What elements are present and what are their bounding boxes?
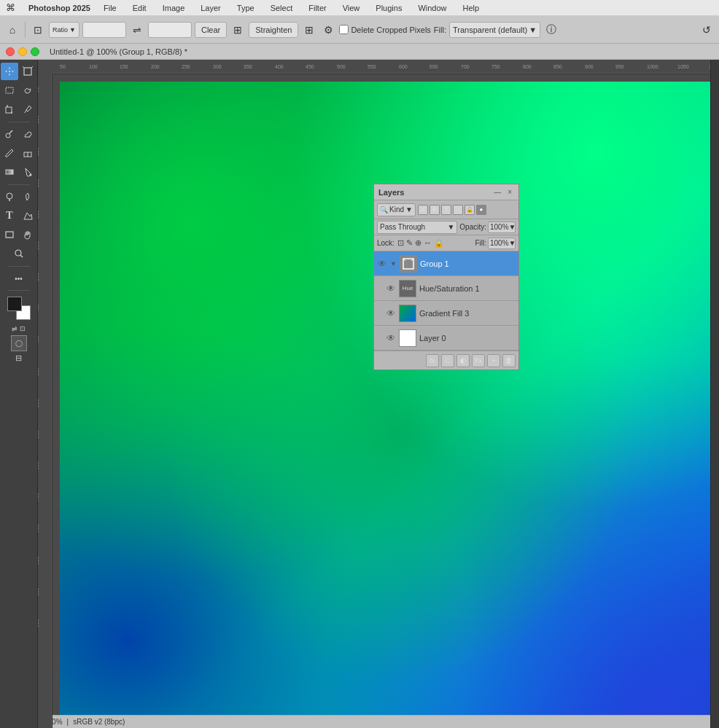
- layer-item-layer0[interactable]: 👁 Layer 0: [374, 326, 518, 351]
- lock-all-icon[interactable]: 🔒: [434, 238, 444, 248]
- filter-type-icon[interactable]: T: [441, 205, 451, 215]
- stamp-tool[interactable]: [19, 125, 36, 143]
- fill-value: Transparent (default): [453, 26, 527, 34]
- menu-image[interactable]: Image: [160, 2, 188, 14]
- add-layer-style-icon[interactable]: fx: [426, 354, 439, 367]
- blend-mode-dropdown[interactable]: Pass Through ▼: [377, 221, 457, 234]
- minimize-button[interactable]: [18, 47, 27, 56]
- toolbar-separator: [25, 22, 26, 38]
- pen-tool[interactable]: [19, 188, 36, 206]
- menu-edit[interactable]: Edit: [130, 2, 149, 14]
- menu-file[interactable]: File: [101, 2, 120, 14]
- opacity-input[interactable]: 100% ▼: [488, 222, 516, 233]
- fill-input[interactable]: 100% ▼: [488, 238, 516, 249]
- filter-smart-icon[interactable]: 🔒: [465, 205, 475, 215]
- reset-icon[interactable]: ↺: [699, 22, 715, 38]
- filter-adjustment-icon[interactable]: ✦: [430, 205, 440, 215]
- layers-panel-header[interactable]: Layers — ×: [374, 184, 518, 200]
- home-icon[interactable]: ⌂: [4, 22, 20, 38]
- width-input[interactable]: [82, 22, 126, 38]
- close-button[interactable]: [6, 47, 15, 56]
- lasso-tool[interactable]: [19, 82, 36, 99]
- rectangle-tool[interactable]: [1, 226, 18, 243]
- dodge-tool[interactable]: [1, 188, 18, 206]
- fill-dropdown[interactable]: Transparent (default) ▼: [449, 22, 540, 38]
- menu-plugins[interactable]: Plugins: [373, 2, 405, 14]
- settings-icon[interactable]: ⚙: [320, 22, 336, 38]
- straighten-button[interactable]: Straighten: [249, 22, 298, 38]
- svg-text:650: 650: [430, 64, 438, 69]
- transform-icon[interactable]: ⊡: [30, 22, 46, 38]
- lock-paint-icon[interactable]: ✎: [406, 238, 413, 248]
- layer-visibility-huesat[interactable]: 👁: [386, 283, 396, 294]
- move-tool[interactable]: [1, 63, 18, 80]
- crop-tool[interactable]: [1, 101, 18, 118]
- lock-transparent-icon[interactable]: ⊡: [397, 238, 404, 248]
- screen-mode-icon[interactable]: ⊟: [15, 353, 22, 363]
- layer-visibility-layer0[interactable]: 👁: [386, 333, 396, 343]
- kind-filter-dropdown[interactable]: 🔍 Kind ▼: [377, 203, 416, 216]
- new-layer-icon[interactable]: +: [487, 354, 500, 367]
- brush-tool[interactable]: [1, 144, 18, 162]
- menu-help[interactable]: Help: [460, 2, 483, 14]
- spot-healing-tool[interactable]: [1, 125, 18, 143]
- grid-overlay-icon[interactable]: ⊞: [301, 22, 317, 38]
- layer-item-group1[interactable]: 👁 ▼ Group 1: [374, 251, 518, 276]
- new-group-icon[interactable]: Fx: [472, 354, 485, 367]
- hand-tool[interactable]: [19, 226, 36, 243]
- artboard-tool[interactable]: [19, 63, 36, 80]
- swap-icon[interactable]: ⇌: [129, 22, 145, 38]
- svg-point-14: [30, 174, 32, 176]
- color-swatches[interactable]: [7, 297, 31, 320]
- eraser-tool[interactable]: [19, 144, 36, 162]
- quick-mask-mode[interactable]: ◯: [11, 335, 27, 351]
- lock-position-icon[interactable]: ⊕: [415, 238, 421, 248]
- panel-close-btn[interactable]: ×: [505, 187, 514, 197]
- svg-text:150: 150: [38, 147, 39, 156]
- zoom-tool[interactable]: [10, 245, 28, 262]
- type-tool[interactable]: T: [1, 207, 18, 224]
- extra-tools[interactable]: •••: [10, 270, 28, 287]
- menu-window[interactable]: Window: [415, 2, 449, 14]
- filter-toggle[interactable]: ●: [476, 205, 486, 215]
- svg-text:750: 750: [491, 64, 500, 69]
- delete-cropped-check[interactable]: [339, 25, 349, 34]
- delete-cropped-checkbox[interactable]: Delete Cropped Pixels: [339, 25, 430, 34]
- layer-visibility-gradient[interactable]: 👁: [386, 308, 396, 318]
- gradient-tool[interactable]: [1, 163, 18, 181]
- svg-text:950: 950: [615, 64, 624, 69]
- tool-group-zoom: [10, 245, 28, 262]
- paint-bucket-tool[interactable]: [19, 163, 36, 181]
- info-icon[interactable]: ⓘ: [543, 22, 559, 38]
- reset-colors-icon[interactable]: ⊡: [20, 325, 26, 332]
- filter-shape-icon[interactable]: □: [453, 205, 463, 215]
- rectangular-marquee-tool[interactable]: [1, 82, 18, 99]
- menu-select[interactable]: Select: [268, 2, 296, 14]
- grid-icon2[interactable]: ⊞: [230, 22, 246, 38]
- height-input[interactable]: [148, 22, 192, 38]
- panel-collapse-btn[interactable]: —: [491, 187, 503, 197]
- clear-button[interactable]: Clear: [195, 22, 227, 38]
- layer-visibility-group1[interactable]: 👁: [377, 259, 387, 269]
- eyedropper-tool[interactable]: [19, 101, 36, 118]
- menu-layer[interactable]: Layer: [198, 2, 224, 14]
- layer-expand-group1[interactable]: ▼: [390, 260, 397, 267]
- apple-menu[interactable]: ⌘: [6, 2, 15, 13]
- layer-item-huesat[interactable]: 👁 Hue Hue/Saturation 1: [374, 276, 518, 301]
- ratio-dropdown[interactable]: Ratio ▼: [49, 22, 79, 38]
- menu-view[interactable]: View: [340, 2, 363, 14]
- lock-artboard-icon[interactable]: ↔: [424, 238, 432, 248]
- menu-type[interactable]: Type: [234, 2, 257, 14]
- layer-item-gradient[interactable]: 👁 Gradient Fill 3: [374, 301, 518, 326]
- swap-colors-icon[interactable]: ⇌: [12, 325, 18, 332]
- add-mask-icon[interactable]: □: [441, 354, 454, 367]
- filter-pixel-icon[interactable]: ≡: [418, 205, 428, 215]
- new-fill-layer-icon[interactable]: ◐: [456, 354, 470, 367]
- delete-layer-icon[interactable]: 🗑: [502, 354, 516, 367]
- path-selection-tool[interactable]: [19, 207, 36, 224]
- svg-text:450: 450: [306, 64, 314, 69]
- svg-text:100: 100: [89, 64, 98, 69]
- menu-filter[interactable]: Filter: [306, 2, 329, 14]
- maximize-button[interactable]: [31, 47, 39, 56]
- foreground-color-swatch[interactable]: [7, 297, 22, 311]
